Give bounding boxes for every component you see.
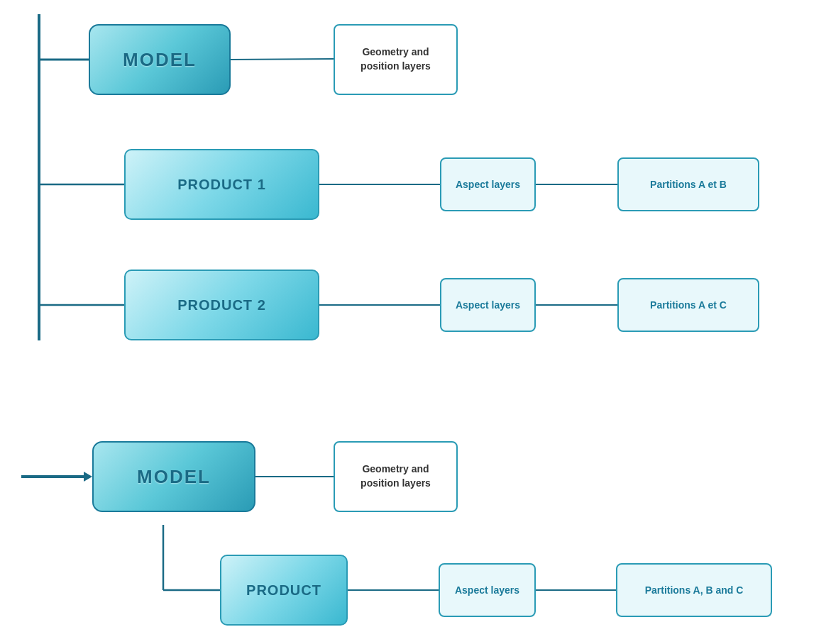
geometry-box-1: Geometry and position layers bbox=[334, 24, 458, 95]
partitions-ac-label: Partitions A et C bbox=[650, 299, 727, 311]
aspect-box-p2: Aspect layers bbox=[440, 278, 536, 332]
product1-label: PRODUCT 1 bbox=[177, 177, 266, 193]
geometry-label-2: Geometry and position layers bbox=[361, 462, 431, 490]
aspect-label-p1: Aspect layers bbox=[456, 179, 520, 190]
partitions-ab-label: Partitions A et B bbox=[650, 179, 727, 190]
product-label: PRODUCT bbox=[246, 582, 321, 599]
geometry-label-1: Geometry and position layers bbox=[361, 45, 431, 73]
svg-marker-10 bbox=[84, 472, 92, 482]
aspect-label-p: Aspect layers bbox=[455, 584, 519, 596]
product-box: PRODUCT bbox=[220, 555, 348, 626]
geometry-box-2: Geometry and position layers bbox=[334, 441, 458, 512]
model-label-2: MODEL bbox=[137, 466, 211, 488]
product1-box: PRODUCT 1 bbox=[124, 149, 319, 220]
diagram-container: MODEL Geometry and position layers PRODU… bbox=[0, 0, 831, 644]
partitions-ac-box: Partitions A et C bbox=[617, 278, 759, 332]
aspect-box-p: Aspect layers bbox=[439, 563, 536, 617]
partitions-ab-box: Partitions A et B bbox=[617, 157, 759, 211]
partitions-abc-box: Partitions A, B and C bbox=[616, 563, 772, 617]
aspect-box-p1: Aspect layers bbox=[440, 157, 536, 211]
product2-label: PRODUCT 2 bbox=[177, 297, 266, 313]
model-label-1: MODEL bbox=[123, 49, 197, 71]
product2-box: PRODUCT 2 bbox=[124, 270, 319, 340]
model-box-1: MODEL bbox=[89, 24, 231, 95]
svg-line-4 bbox=[231, 59, 334, 60]
aspect-label-p2: Aspect layers bbox=[456, 299, 520, 311]
partitions-abc-label: Partitions A, B and C bbox=[645, 584, 744, 596]
model-box-2: MODEL bbox=[92, 441, 255, 512]
